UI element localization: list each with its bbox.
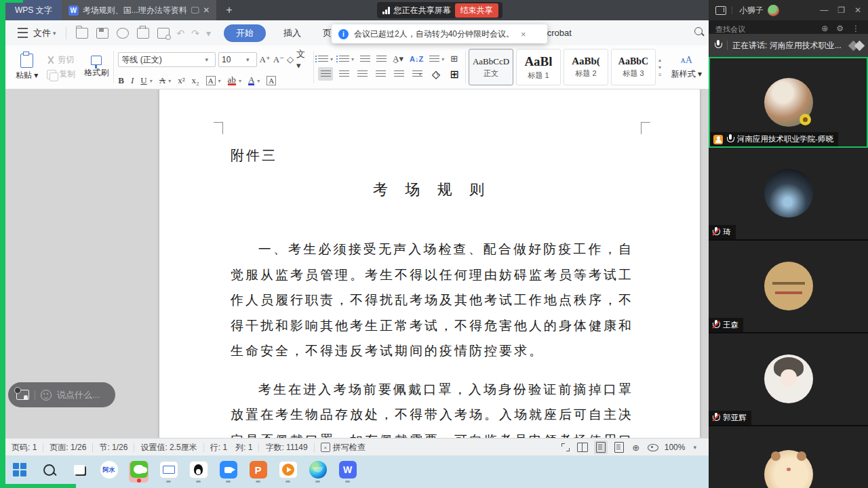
eye-protect-icon[interactable] [648, 442, 658, 453]
fullscreen-icon[interactable] [560, 442, 571, 453]
hide-video-icon[interactable] [16, 390, 29, 400]
document-page[interactable]: 附件三 考 场 规 则 一、考生必须接受无声入场检查、配合做好防疫工作，自觉服从… [159, 89, 700, 438]
style-heading1[interactable]: AaBl 标题 1 [516, 49, 561, 85]
bullet-list-icon[interactable] [318, 56, 328, 63]
grow-font-button[interactable]: A⁺ [260, 54, 271, 65]
outline-view-icon[interactable] [614, 442, 625, 453]
taskbar-search-button[interactable] [39, 461, 59, 483]
text-direction-icon[interactable]: A̱▾ [393, 54, 403, 64]
ashui-app-button[interactable]: 阿水 [99, 461, 119, 483]
bold-button[interactable]: B [118, 75, 124, 86]
minimize-icon[interactable]: — [820, 5, 828, 15]
layout-switch-icon[interactable] [715, 6, 726, 15]
participant-tile[interactable]: 河南应用技术职业学院-师晓 [709, 57, 868, 148]
highlight-button[interactable]: ab [228, 76, 236, 85]
wps-app-tab[interactable]: WPS 文字 [5, 0, 62, 20]
new-tab-button[interactable]: + [216, 0, 241, 20]
char-border-button[interactable]: A [267, 76, 276, 85]
undo-icon[interactable]: ↶ [177, 28, 185, 39]
status-word-count[interactable]: 字数: 11149 [259, 442, 313, 453]
italic-button[interactable]: I [131, 75, 134, 86]
open-icon[interactable] [76, 28, 88, 39]
tencent-meeting-button[interactable] [218, 461, 238, 483]
underline-button[interactable]: U [140, 75, 146, 86]
meeting-chat-bar[interactable]: 说点什么... [8, 382, 115, 407]
clear-format-icon[interactable]: ◇ [287, 54, 294, 65]
styles-up-icon[interactable]: ▴ [658, 57, 662, 63]
cut-button[interactable]: 剪切 [47, 54, 75, 66]
page-view-icon[interactable] [594, 441, 608, 454]
document-tab[interactable]: W 考场规则、国...理办法等资料 🖵 ✕ [62, 0, 217, 20]
align-right-button[interactable] [355, 67, 370, 81]
zoom-dropdown-icon[interactable]: ▾ [693, 444, 696, 451]
share-doc-icon[interactable]: 🖵 [191, 5, 199, 15]
add-icon[interactable]: ⊕ [821, 20, 828, 34]
copy-button[interactable]: 复制 [47, 68, 75, 80]
subscript-button[interactable]: x₂ [192, 75, 199, 86]
style-heading2[interactable]: AaBb( 标题 2 [564, 49, 608, 85]
format-painter-button[interactable]: 格式刷 [79, 56, 113, 79]
maximize-icon[interactable]: ❐ [837, 5, 845, 15]
drag-handle-icon[interactable] [848, 39, 866, 54]
start-button[interactable] [9, 461, 29, 483]
style-normal[interactable]: AaBbCcD 正文 [469, 49, 513, 85]
increase-indent-icon[interactable] [376, 56, 387, 63]
output-icon[interactable] [117, 28, 129, 39]
task-view-button[interactable] [69, 461, 89, 483]
end-share-button[interactable]: 结束共享 [455, 3, 498, 18]
edge-button[interactable] [308, 461, 328, 483]
style-heading3[interactable]: AaBbC 标题 3 [611, 49, 656, 85]
participant-tile[interactable]: 琦 [709, 148, 868, 241]
qq-button[interactable] [189, 461, 208, 483]
font-color-button[interactable]: A [248, 76, 254, 85]
styles-down-icon[interactable]: ▾ [658, 64, 662, 70]
distribute-button[interactable] [391, 67, 406, 81]
border-button[interactable]: ⊞▾ [446, 67, 461, 81]
font-family-select[interactable]: 等线 (正文)▾ [118, 52, 216, 67]
document-content[interactable]: 附件三 考 场 规 则 一、考生必须接受无声入场检查、配合做好防疫工作，自觉服从… [231, 89, 633, 438]
table-convert-icon[interactable]: ⊞ [450, 54, 458, 64]
media-player-button[interactable] [278, 461, 298, 483]
shading-button[interactable]: ◇▾ [428, 67, 443, 81]
wps-presentation-button[interactable]: P [248, 461, 268, 483]
web-view-icon[interactable]: ⊕ [631, 442, 642, 453]
participant-tile[interactable] [709, 426, 868, 488]
strikethrough-button[interactable]: A [159, 75, 165, 86]
line-spacing-button[interactable]: ▾ [410, 67, 425, 81]
para-mark-icon[interactable] [429, 56, 439, 63]
superscript-button[interactable]: x² [178, 75, 184, 86]
pinyin-icon[interactable]: 文▾ [296, 48, 309, 71]
wechat-button[interactable] [129, 461, 149, 483]
sort-icon[interactable]: A↓Z [410, 55, 423, 63]
new-style-button[interactable]: ᴀA 新样式 ▾ [665, 55, 709, 80]
paste-button[interactable]: 粘贴 ▾ [11, 54, 43, 81]
align-center-button[interactable] [336, 67, 351, 81]
search-icon[interactable] [694, 27, 703, 35]
redo-icon[interactable]: ↷ [191, 28, 199, 39]
justify-button[interactable] [373, 67, 388, 81]
two-page-view-icon[interactable] [577, 442, 588, 453]
close-tab-icon[interactable]: ✕ [203, 5, 210, 15]
font-size-select[interactable]: 10▾ [218, 52, 257, 67]
save-icon[interactable] [96, 28, 108, 39]
print-icon[interactable] [137, 28, 149, 39]
quickbar-more-icon[interactable]: ▾ [206, 28, 211, 39]
number-list-icon[interactable] [339, 56, 349, 63]
chat-input-placeholder[interactable]: 说点什么... [57, 389, 100, 401]
print-preview-icon[interactable] [157, 28, 170, 39]
circle-char-button[interactable]: A [206, 76, 216, 85]
tab-insert[interactable]: 插入 [273, 27, 312, 39]
shrink-font-button[interactable]: A⁻ [273, 54, 284, 65]
toast-close-icon[interactable]: × [521, 29, 526, 39]
emoji-icon[interactable] [41, 390, 52, 401]
gear-icon[interactable]: ⚙ [836, 20, 844, 34]
file-menu[interactable]: 文件 [33, 27, 51, 39]
menu-icon[interactable] [18, 28, 28, 38]
stamp-app-button[interactable] [159, 461, 178, 483]
decrease-indent-icon[interactable] [360, 56, 370, 63]
participant-tile[interactable]: 郭亚辉 [709, 333, 868, 426]
zoom-level[interactable]: 100% [665, 443, 686, 452]
styles-more-icon[interactable]: ≡ [658, 72, 662, 78]
find-meeting-label[interactable]: 查找会议 [715, 20, 745, 34]
participant-tile[interactable]: 王森 [709, 241, 868, 333]
